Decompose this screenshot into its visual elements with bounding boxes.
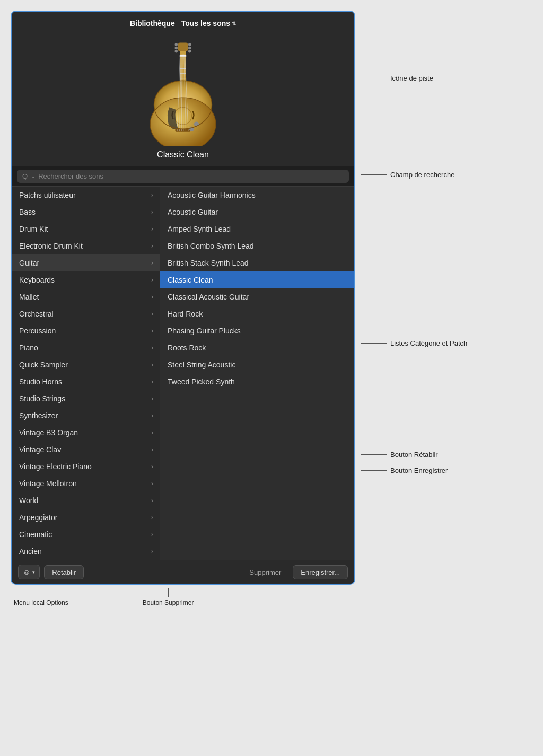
patch-item[interactable]: Roots Rock [160,339,354,356]
save-button[interactable]: Enregistrer... [293,565,348,579]
patch-label: Steel String Acoustic [168,361,235,369]
annotation-line [361,78,387,78]
chevron-right-icon: › [151,208,153,216]
chevron-right-icon: › [151,446,153,453]
restore-button[interactable]: Rétablir [44,565,84,579]
patch-label: Phasing Guitar Plucks [168,327,241,335]
annotation-track-icon: Icône de piste [361,74,433,82]
patch-item[interactable]: British Stack Synth Lead [160,254,354,271]
category-label: Percussion [19,327,56,335]
category-item[interactable]: Ancien› [12,543,160,560]
chevron-right-icon: › [151,497,153,504]
svg-point-4 [175,50,178,52]
annotation-search-field: Champ de recherche [361,171,454,179]
category-item[interactable]: Quick Sampler› [12,356,160,373]
chevron-right-icon: › [151,531,153,538]
category-item[interactable]: Arpeggiator› [12,509,160,526]
category-item[interactable]: Bass› [12,204,160,221]
category-item[interactable]: Electronic Drum Kit› [12,238,160,254]
svg-point-7 [188,50,191,52]
bottom-label-text-delete: Bouton Supprimer [143,599,194,606]
category-label: Cinematic [19,530,52,539]
svg-point-5 [188,43,191,46]
category-item[interactable]: Guitar› [12,254,160,271]
category-item[interactable]: Mallet› [12,288,160,305]
category-label: Vintage Mellotron [19,479,77,488]
category-label: Ancien [19,547,42,556]
annotation-save: Bouton Enregistrer [361,467,448,474]
patch-item[interactable]: Phasing Guitar Plucks [160,322,354,339]
category-label: Mallet [19,293,39,301]
category-item[interactable]: Orchestral› [12,305,160,322]
category-list: Patchs utilisateur›Bass›Drum Kit›Electro… [12,187,160,560]
chevron-right-icon: › [151,548,153,555]
options-chevron-icon: ▾ [32,569,35,575]
category-item[interactable]: Patchs utilisateur› [12,187,160,204]
svg-point-6 [188,47,191,49]
full-layout: Bibliothèque Tous les sons ⇅ [11,11,467,606]
chevron-right-icon: › [151,514,153,521]
category-label: Piano [19,344,38,352]
patch-label: Acoustic Guitar [168,208,218,216]
annotation-label-save: Bouton Enregistrer [390,467,448,474]
right-annotations: Icône de piste Champ de recherche Listes… [361,11,467,488]
bottom-label-options: Menu local Options [14,588,68,606]
category-item[interactable]: Vintage Electric Piano› [12,458,160,475]
category-item[interactable]: Synthesizer› [12,407,160,424]
patch-item[interactable]: Hard Rock [160,305,354,322]
category-label: Keyboards [19,276,55,284]
category-item[interactable]: Piano› [12,339,160,356]
patch-label: Amped Synth Lead [168,225,231,233]
dropdown-chevron: ⇅ [232,21,236,27]
dropdown-label: Tous les sons [181,19,230,28]
category-label: Orchestral [19,310,54,318]
chevron-right-icon: › [151,310,153,318]
patch-label: Tweed Picked Synth [168,377,235,386]
category-item[interactable]: Studio Horns› [12,373,160,390]
bottom-label-line [168,588,169,597]
category-item[interactable]: Vintage Mellotron› [12,475,160,492]
patch-item[interactable]: Acoustic Guitar [160,204,354,221]
chevron-right-icon: › [151,276,153,284]
patch-item[interactable]: Amped Synth Lead [160,221,354,238]
chevron-right-icon: › [151,361,153,368]
category-item[interactable]: Studio Strings› [12,390,160,407]
annotation-label-search: Champ de recherche [390,171,454,179]
category-label: Bass [19,208,36,216]
patch-item[interactable]: British Combo Synth Lead [160,238,354,254]
patch-label: Classic Clean [168,276,213,284]
chevron-right-icon: › [151,344,153,351]
annotation-label-track-icon: Icône de piste [390,74,433,82]
delete-button[interactable]: Supprimer [242,566,288,579]
search-input-container[interactable]: Q ⌄ Rechercher des sons [17,170,349,183]
category-item[interactable]: Vintage B3 Organ› [12,424,160,441]
panel-header: Bibliothèque Tous les sons ⇅ [12,12,354,34]
patch-label: Roots Rock [168,344,206,352]
patch-list: Acoustic Guitar HarmonicsAcoustic Guitar… [160,187,354,560]
svg-point-2 [175,43,178,46]
svg-rect-1 [178,42,188,51]
category-item[interactable]: Drum Kit› [12,221,160,238]
patch-item[interactable]: Acoustic Guitar Harmonics [160,187,354,204]
chevron-right-icon: › [151,378,153,385]
patch-item[interactable]: Tweed Picked Synth [160,373,354,390]
category-item[interactable]: World› [12,492,160,509]
category-item[interactable]: Percussion› [12,322,160,339]
patch-item[interactable]: Steel String Acoustic [160,356,354,373]
patch-item[interactable]: Classic Clean [160,271,354,288]
search-icon: Q [22,172,28,180]
category-label: Vintage Electric Piano [19,462,92,471]
category-label: Vintage Clav [19,445,61,454]
category-item[interactable]: Cinematic› [12,526,160,543]
options-menu-button[interactable]: ☺ ▾ [18,565,40,579]
chevron-right-icon: › [151,259,153,267]
category-item[interactable]: Vintage Clav› [12,441,160,458]
lists-area: Patchs utilisateur›Bass›Drum Kit›Electro… [12,187,354,560]
category-item[interactable]: Keyboards› [12,271,160,288]
sounds-dropdown[interactable]: Tous les sons ⇅ [181,19,236,28]
annotation-line [361,343,387,344]
chevron-right-icon: › [151,429,153,436]
search-input[interactable]: Rechercher des sons [38,172,344,180]
patch-label: Classical Acoustic Guitar [168,293,249,301]
patch-item[interactable]: Classical Acoustic Guitar [160,288,354,305]
